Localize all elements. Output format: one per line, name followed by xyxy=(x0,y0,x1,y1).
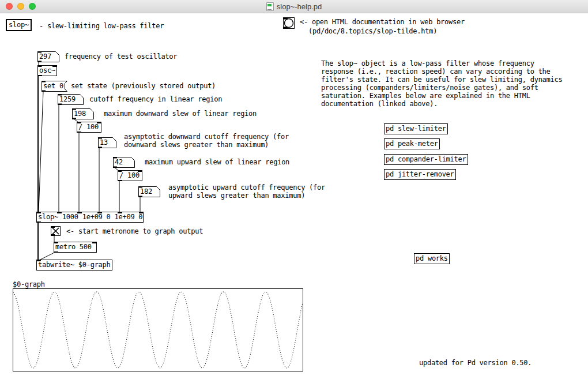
inlet-nub[interactable] xyxy=(118,170,122,172)
inlet-nub[interactable] xyxy=(54,242,58,243)
inlet-nub[interactable] xyxy=(139,212,144,213)
subpatch-works[interactable]: pd works xyxy=(414,253,450,264)
bang-open-docs[interactable] xyxy=(283,17,295,29)
inlet-nub[interactable] xyxy=(77,212,82,213)
outlet-nub[interactable] xyxy=(37,75,42,77)
sine-wave-plot xyxy=(13,289,303,371)
message-box-set-state[interactable]: set 0 xyxy=(42,81,67,92)
subpatch-peak-meter[interactable]: pd peak-meter xyxy=(384,138,440,149)
comment-osc-freq: frequency of test oscillator xyxy=(65,52,177,61)
inlet-nub[interactable] xyxy=(57,212,62,213)
comment-metro: <- start metronome to graph output xyxy=(66,227,203,235)
number-box-up-slew[interactable]: 42 xyxy=(113,157,135,168)
inlet-nub[interactable] xyxy=(118,212,122,213)
window-title: slop~-help.pd xyxy=(277,2,322,11)
subpatch-compander-limiter[interactable]: pd compander-limiter xyxy=(384,154,468,165)
doc-comment-line2: (pd/doc/8.topics/slop-tilde.htm) xyxy=(308,27,437,35)
object-box-div-b: / 100 xyxy=(118,170,142,181)
object-box-tabwrite: tabwrite~ $0-graph xyxy=(36,260,112,271)
object-box-metro: metro 500 xyxy=(54,242,97,253)
inlet-nub[interactable] xyxy=(97,212,102,213)
toggle-start-metronome[interactable] xyxy=(51,226,61,236)
object-box-div-a: / 100 xyxy=(77,122,101,133)
comment-down-asym: asymptotic downward cutoff frequency (fo… xyxy=(124,133,289,149)
number-box-down-slew[interactable]: 198 xyxy=(72,108,94,119)
object-box-osc: osc~ xyxy=(37,65,57,76)
outlet-nub[interactable] xyxy=(54,251,58,253)
object-box-slop-main: slop~ 1000 1e+09 0 1e+09 0 xyxy=(36,212,144,223)
inlet-nub[interactable] xyxy=(36,260,41,261)
number-box-up-asym[interactable]: 182 xyxy=(138,186,160,197)
object-box-slop-title: slop~ xyxy=(6,19,32,31)
subpatch-slew-limiter[interactable]: pd slew-limiter xyxy=(384,123,448,134)
inlet-nub[interactable] xyxy=(36,212,41,213)
outlet-nub[interactable] xyxy=(77,132,81,133)
inlet-nub[interactable] xyxy=(92,242,97,243)
description-paragraph: The slop~ object is a low-pass filter wh… xyxy=(321,59,562,108)
toggle-x-icon xyxy=(51,227,60,235)
inlet-nub[interactable] xyxy=(97,122,101,123)
outlet-nub[interactable] xyxy=(118,180,122,182)
comment-down-slew: maximum downward slew of linear region xyxy=(104,110,257,118)
comment-cutoff: cutoff frequency in linear region xyxy=(89,95,222,103)
outlet-nub[interactable] xyxy=(36,221,41,223)
number-box-down-asym[interactable]: 13 xyxy=(98,137,116,148)
window-titlebar: slop~-help.pd xyxy=(0,0,588,13)
doc-comment-line1: <- open HTML documentation in web browse… xyxy=(300,18,465,26)
number-box-cutoff[interactable]: 1259 xyxy=(58,94,84,105)
inlet-nub[interactable] xyxy=(37,65,42,67)
comment-up-asym: asymptotic upward cutoff frequency (for … xyxy=(168,183,325,200)
bang-circle-icon xyxy=(284,18,294,28)
subpatch-jitter-remover[interactable]: pd jitter-remover xyxy=(384,169,456,180)
number-box-osc-freq[interactable]: 297 xyxy=(37,51,59,62)
comment-set-state: set state (previously stored output) xyxy=(71,82,216,90)
inlet-nub[interactable] xyxy=(52,65,57,67)
inlet-nub[interactable] xyxy=(77,122,81,123)
inlet-nub[interactable] xyxy=(138,170,142,172)
footer-comment: updated for Pd version 0.50. xyxy=(419,359,532,367)
pd-file-icon xyxy=(266,2,274,11)
graph-label: $0-graph xyxy=(13,280,45,288)
title-comment: - slew-limiting low-pass filter xyxy=(39,22,164,30)
waveform-graph[interactable] xyxy=(13,288,303,371)
comment-up-slew: maximum upward slew of linear region xyxy=(145,158,289,166)
